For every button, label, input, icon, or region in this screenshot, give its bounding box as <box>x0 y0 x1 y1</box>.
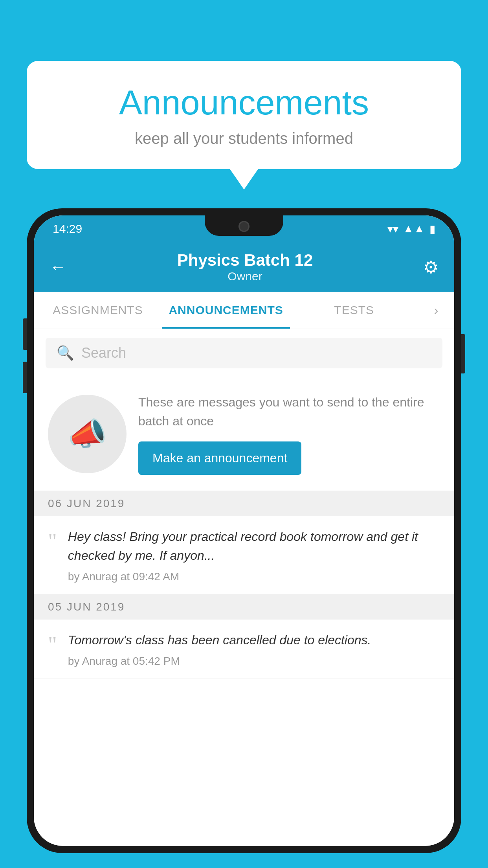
megaphone-icon: 📣 <box>68 416 107 452</box>
volume-up-button <box>23 318 27 350</box>
announcement-item-1[interactable]: " Hey class! Bring your practical record… <box>34 516 454 594</box>
phone-mockup: 14:29 ▾▾ ▲▲ ▮ ← Physics Batch 12 Owner ⚙… <box>27 208 461 853</box>
announcement-preview-1: Hey class! Bring your practical record b… <box>68 527 440 565</box>
phone-notch <box>205 215 283 236</box>
prompt-description: These are messages you want to send to t… <box>138 393 440 430</box>
quote-icon-2: " <box>48 631 57 656</box>
app-header: ← Physics Batch 12 Owner ⚙ <box>34 242 454 292</box>
status-icons: ▾▾ ▲▲ ▮ <box>387 223 435 235</box>
power-button <box>461 334 465 373</box>
announcement-meta-2: by Anurag at 05:42 PM <box>68 655 440 668</box>
battery-icon: ▮ <box>429 223 435 235</box>
batch-role: Owner <box>67 270 423 283</box>
front-camera <box>238 221 250 232</box>
announcement-preview-2: Tomorrow's class has been cancelled due … <box>68 631 440 649</box>
quote-icon-1: " <box>48 527 57 552</box>
settings-icon[interactable]: ⚙ <box>423 257 438 277</box>
batch-title: Physics Batch 12 <box>67 251 423 270</box>
volume-down-button <box>23 362 27 393</box>
header-center: Physics Batch 12 Owner <box>67 251 423 283</box>
speech-bubble: Announcements keep all your students inf… <box>27 61 461 169</box>
bubble-subtitle: keep all your students informed <box>50 130 438 147</box>
date-separator-2: 05 JUN 2019 <box>34 594 454 620</box>
announcement-item-2[interactable]: " Tomorrow's class has been cancelled du… <box>34 620 454 679</box>
search-container: 🔍 Search <box>34 329 454 377</box>
tab-tests[interactable]: TESTS <box>290 292 418 329</box>
phone-screen: 14:29 ▾▾ ▲▲ ▮ ← Physics Batch 12 Owner ⚙… <box>34 215 454 846</box>
megaphone-circle: 📣 <box>48 395 127 473</box>
wifi-icon: ▾▾ <box>387 223 398 235</box>
bubble-title: Announcements <box>50 83 438 123</box>
status-time: 14:29 <box>53 222 82 235</box>
tabs-bar: ASSIGNMENTS ANNOUNCEMENTS TESTS › <box>34 292 454 329</box>
announcement-text-2: Tomorrow's class has been cancelled due … <box>68 631 440 668</box>
signal-icon: ▲▲ <box>403 223 425 235</box>
tab-announcements[interactable]: ANNOUNCEMENTS <box>162 292 290 329</box>
announcement-meta-1: by Anurag at 09:42 AM <box>68 570 440 583</box>
tab-more-icon[interactable]: › <box>418 292 454 329</box>
announcement-text-1: Hey class! Bring your practical record b… <box>68 527 440 583</box>
make-announcement-button[interactable]: Make an announcement <box>138 441 301 475</box>
search-bar[interactable]: 🔍 Search <box>46 338 442 368</box>
back-button[interactable]: ← <box>50 257 67 277</box>
prompt-right: These are messages you want to send to t… <box>138 393 440 475</box>
tab-assignments[interactable]: ASSIGNMENTS <box>34 292 162 329</box>
search-icon: 🔍 <box>57 345 74 361</box>
date-separator-1: 06 JUN 2019 <box>34 491 454 516</box>
search-placeholder: Search <box>81 345 126 361</box>
announcement-prompt: 📣 These are messages you want to send to… <box>34 377 454 491</box>
speech-bubble-container: Announcements keep all your students inf… <box>27 61 461 169</box>
